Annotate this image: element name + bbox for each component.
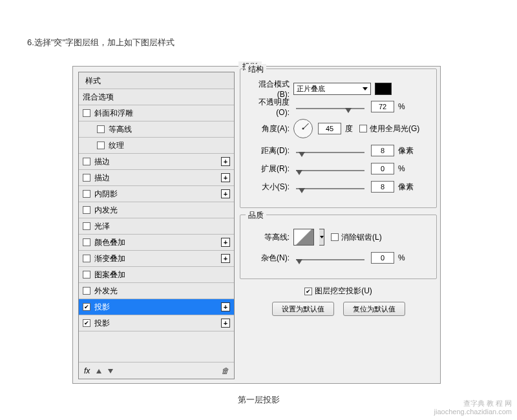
gradient-overlay-item[interactable]: 渐变叠加+ (79, 251, 234, 267)
bevel-item[interactable]: 斜面和浮雕 (79, 105, 234, 121)
outer-glow-item[interactable]: 外发光 (79, 283, 234, 299)
restore-default-button[interactable]: 复位为默认值 (343, 302, 405, 316)
pattern-overlay-checkbox[interactable] (83, 271, 90, 278)
stroke1-checkbox[interactable] (83, 158, 90, 165)
blending-options-item[interactable]: 混合选项 (79, 89, 234, 105)
color-overlay-item[interactable]: 颜色叠加+ (79, 235, 234, 251)
contour-preview[interactable] (293, 229, 314, 246)
shadow-color-swatch[interactable] (375, 83, 392, 95)
noise-slider[interactable] (296, 257, 364, 259)
styles-header: 样式 (79, 72, 234, 89)
spread-input[interactable]: 0 (371, 163, 394, 174)
outer-glow-checkbox[interactable] (83, 287, 90, 295)
spread-unit: % (398, 164, 405, 173)
distance-label: 距离(D): (247, 145, 293, 156)
add-icon[interactable]: + (221, 254, 230, 263)
pattern-overlay-item[interactable]: 图案叠加 (79, 267, 234, 283)
knockout-checkbox[interactable] (304, 288, 312, 295)
angle-unit: 度 (345, 123, 353, 134)
quality-fieldset: 品质 等高线: 消除锯齿(L) 杂色(N): 0 % (240, 215, 437, 279)
stroke1-item[interactable]: 描边+ (79, 154, 234, 170)
layer-style-dialog: 投影 样式 混合选项 斜面和浮雕 等高线 纹理 描边+ 描边+ 内阴影+ 内发光… (72, 66, 441, 384)
quality-legend: 品质 (246, 210, 266, 221)
gradient-overlay-checkbox[interactable] (83, 255, 90, 262)
stroke2-checkbox[interactable] (83, 174, 90, 182)
drop-shadow2-item[interactable]: 投影+ (79, 315, 234, 331)
knockout-label: 图层挖空投影(U) (315, 286, 372, 297)
antialias-checkbox[interactable] (331, 233, 339, 241)
contour-item[interactable]: 等高线 (79, 121, 234, 138)
opacity-slider[interactable] (296, 105, 364, 108)
color-overlay-checkbox[interactable] (83, 238, 90, 246)
add-icon[interactable]: + (221, 238, 230, 247)
global-light-label: 使用全局光(G) (370, 123, 419, 134)
satin-item[interactable]: 光泽 (79, 218, 234, 235)
contour-dropdown-icon[interactable] (319, 229, 324, 246)
opacity-unit: % (398, 102, 405, 111)
structure-legend: 结构 (246, 64, 266, 75)
inner-shadow-item[interactable]: 内阴影+ (79, 186, 234, 202)
texture-checkbox[interactable] (97, 142, 105, 149)
distance-slider[interactable] (296, 149, 364, 152)
structure-fieldset: 结构 混合模式(B): 正片叠底 不透明度(O): 72 % 角度(A): 45… (240, 68, 437, 208)
add-icon[interactable]: + (221, 173, 230, 182)
distance-input[interactable]: 8 (371, 145, 394, 156)
trash-icon[interactable] (221, 366, 229, 375)
contour-label: 等高线: (247, 232, 293, 243)
watermark: 查字典 教 程 网 jiaocheng.chazidian.com (434, 399, 512, 416)
opacity-input[interactable]: 72 (371, 101, 394, 112)
styles-footer: fx (79, 362, 234, 379)
inner-glow-item[interactable]: 内发光 (79, 202, 234, 218)
noise-unit: % (398, 253, 405, 262)
add-icon[interactable]: + (221, 302, 230, 311)
arrow-up-icon[interactable] (96, 366, 101, 375)
styles-list-panel: 样式 混合选项 斜面和浮雕 等高线 纹理 描边+ 描边+ 内阴影+ 内发光 光泽… (78, 72, 235, 379)
instruction-text: 6.选择"突"字图层组，加上如下图层样式 (27, 37, 174, 48)
arrow-down-icon[interactable] (108, 366, 113, 375)
shadow-properties-panel: 结构 混合模式(B): 正片叠底 不透明度(O): 72 % 角度(A): 45… (240, 68, 437, 316)
drop-shadow1-checkbox[interactable] (83, 303, 90, 311)
spread-label: 扩展(R): (247, 163, 293, 174)
satin-checkbox[interactable] (83, 222, 90, 230)
size-unit: 像素 (398, 182, 414, 193)
size-slider[interactable] (296, 185, 364, 188)
contour-checkbox[interactable] (97, 125, 105, 133)
global-light-checkbox[interactable] (359, 125, 367, 132)
angle-input[interactable]: 45 (318, 123, 341, 134)
size-input[interactable]: 8 (371, 181, 394, 193)
inner-shadow-checkbox[interactable] (83, 190, 90, 198)
angle-dial[interactable] (293, 119, 313, 138)
distance-unit: 像素 (398, 145, 414, 156)
bevel-checkbox[interactable] (83, 109, 90, 117)
angle-label: 角度(A): (247, 123, 293, 134)
noise-input[interactable]: 0 (371, 252, 394, 264)
spread-slider[interactable] (296, 167, 364, 170)
opacity-label: 不透明度(O): (247, 97, 293, 117)
stroke2-item[interactable]: 描边+ (79, 170, 234, 186)
set-default-button[interactable]: 设置为默认值 (272, 302, 334, 316)
drop-shadow1-item[interactable]: 投影+ (79, 299, 234, 315)
noise-label: 杂色(N): (247, 253, 293, 264)
add-icon[interactable]: + (221, 319, 230, 328)
add-icon[interactable]: + (221, 189, 230, 198)
texture-item[interactable]: 纹理 (79, 138, 234, 154)
drop-shadow2-checkbox[interactable] (83, 319, 90, 327)
fx-label[interactable]: fx (84, 366, 90, 375)
inner-glow-checkbox[interactable] (83, 206, 90, 214)
antialias-label: 消除锯齿(L) (341, 232, 382, 243)
blend-mode-select[interactable]: 正片叠底 (293, 83, 371, 95)
add-icon[interactable]: + (221, 157, 230, 166)
blend-mode-label: 混合模式(B): (247, 79, 293, 99)
size-label: 大小(S): (247, 182, 293, 193)
